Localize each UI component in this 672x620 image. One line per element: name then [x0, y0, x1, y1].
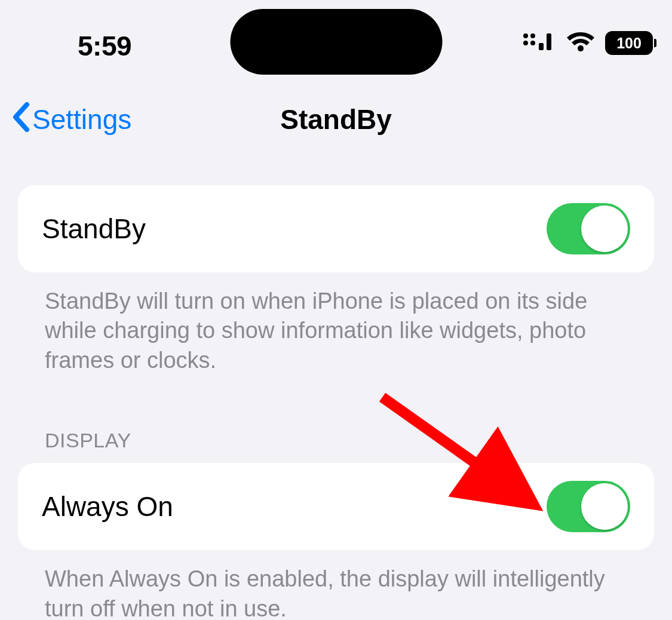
status-icons: 100	[523, 30, 653, 56]
standby-label: StandBy	[42, 213, 146, 245]
dynamic-island	[230, 9, 442, 75]
always-on-label: Always On	[42, 490, 173, 523]
display-section: DISPLAY Always On When Always On is enab…	[18, 429, 654, 620]
display-header: DISPLAY	[18, 429, 654, 463]
nav-bar: Settings StandBy	[0, 84, 672, 155]
always-on-row: Always On	[18, 463, 654, 550]
svg-point-0	[523, 33, 528, 38]
standby-toggle[interactable]	[547, 203, 630, 254]
settings-content: StandBy StandBy will turn on when iPhone…	[0, 155, 672, 620]
svg-rect-5	[547, 33, 551, 50]
svg-point-1	[530, 33, 535, 38]
back-label: Settings	[32, 103, 131, 136]
toggle-thumb	[581, 483, 628, 530]
cellular-icon	[523, 30, 556, 56]
always-on-footer-text: When Always On is enabled, the display w…	[18, 550, 654, 620]
status-time: 5:59	[78, 30, 131, 62]
always-on-toggle[interactable]	[547, 481, 630, 532]
status-bar: 5:59 100	[0, 0, 672, 78]
wifi-icon	[566, 30, 596, 56]
chevron-left-icon	[12, 102, 30, 137]
toggle-thumb	[581, 205, 628, 252]
svg-point-3	[530, 41, 535, 45]
standby-row: StandBy	[18, 185, 654, 272]
standby-footer-text: StandBy will turn on when iPhone is plac…	[18, 272, 654, 375]
battery-level: 100	[616, 35, 642, 52]
svg-point-2	[523, 41, 528, 45]
back-button[interactable]: Settings	[12, 102, 131, 137]
page-title: StandBy	[280, 103, 392, 136]
svg-rect-4	[539, 43, 544, 50]
battery-icon: 100	[605, 31, 653, 55]
